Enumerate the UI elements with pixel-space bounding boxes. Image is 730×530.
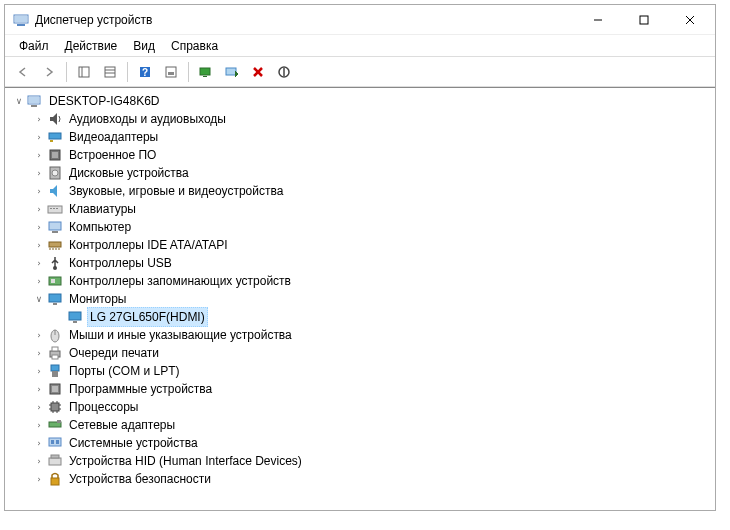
- expand-icon[interactable]: ›: [31, 218, 47, 236]
- collapse-icon[interactable]: ∨: [31, 290, 47, 308]
- collapse-icon[interactable]: ∨: [11, 92, 27, 110]
- tree-item-keyboards[interactable]: › Клавиатуры: [7, 200, 713, 218]
- menu-file[interactable]: Файл: [11, 37, 57, 55]
- toolbar-separator: [127, 62, 128, 82]
- maximize-button[interactable]: [621, 5, 667, 34]
- tree-item-display-adapters[interactable]: › Видеоадаптеры: [7, 128, 713, 146]
- tree-item-network-adapters[interactable]: › Сетевые адаптеры: [7, 416, 713, 434]
- network-icon: [47, 417, 63, 433]
- tree-item-label: Очереди печати: [67, 344, 161, 362]
- tree-item-security-devices[interactable]: › Устройства безопасности: [7, 470, 713, 488]
- disk-icon: [47, 165, 63, 181]
- sound-icon: [47, 183, 63, 199]
- device-tree[interactable]: ∨ DESKTOP-IG48K6D › Аудиовходы и аудиовы…: [5, 87, 715, 510]
- tree-item-label: Дисковые устройства: [67, 164, 191, 182]
- svg-rect-29: [52, 152, 58, 158]
- computer-icon: [27, 93, 43, 109]
- update-driver-button[interactable]: [220, 60, 244, 84]
- svg-rect-54: [52, 355, 58, 359]
- tree-item-audio[interactable]: › Аудиовходы и аудиовыходы: [7, 110, 713, 128]
- show-hide-tree-button[interactable]: [72, 60, 96, 84]
- tree-item-ports[interactable]: › Порты (COM и LPT): [7, 362, 713, 380]
- svg-rect-56: [52, 371, 58, 377]
- tree-item-computer[interactable]: › Компьютер: [7, 218, 713, 236]
- monitor-icon: [47, 291, 63, 307]
- svg-rect-75: [51, 478, 59, 485]
- tree-item-print-queues[interactable]: › Очереди печати: [7, 344, 713, 362]
- expand-icon[interactable]: ›: [31, 344, 47, 362]
- expand-icon[interactable]: ›: [31, 380, 47, 398]
- svg-rect-69: [57, 420, 61, 423]
- properties-button[interactable]: [98, 60, 122, 84]
- svg-point-31: [52, 170, 58, 176]
- svg-rect-27: [50, 140, 53, 142]
- monitor-icon: [67, 309, 83, 325]
- expand-icon[interactable]: ›: [31, 128, 47, 146]
- expand-icon[interactable]: ›: [31, 362, 47, 380]
- tree-item-disk-drives[interactable]: › Дисковые устройства: [7, 164, 713, 182]
- menu-action[interactable]: Действие: [57, 37, 126, 55]
- expand-icon[interactable]: ›: [31, 416, 47, 434]
- svg-rect-2: [17, 24, 25, 26]
- tree-item-usb[interactable]: › Контроллеры USB: [7, 254, 713, 272]
- svg-rect-48: [69, 312, 81, 320]
- svg-rect-24: [29, 97, 39, 103]
- audio-icon: [47, 111, 63, 127]
- svg-rect-4: [640, 16, 648, 24]
- tree-item-label: Звуковые, игровые и видеоустройства: [67, 182, 285, 200]
- tree-item-label: Встроенное ПО: [67, 146, 158, 164]
- expand-icon[interactable]: ›: [31, 398, 47, 416]
- svg-rect-18: [226, 68, 236, 75]
- system-device-icon: [47, 435, 63, 451]
- help-button[interactable]: ?: [133, 60, 157, 84]
- tree-item-mice[interactable]: › Мыши и иные указывающие устройства: [7, 326, 713, 344]
- tree-item-firmware[interactable]: › Встроенное ПО: [7, 146, 713, 164]
- action-button[interactable]: [159, 60, 183, 84]
- tree-item-ide[interactable]: › Контроллеры IDE ATA/ATAPI: [7, 236, 713, 254]
- menu-view[interactable]: Вид: [125, 37, 163, 55]
- tree-root[interactable]: ∨ DESKTOP-IG48K6D: [7, 92, 713, 110]
- scan-hardware-button[interactable]: [194, 60, 218, 84]
- expand-icon[interactable]: ›: [31, 272, 47, 290]
- tree-item-label: Видеоадаптеры: [67, 128, 160, 146]
- tree-item-monitor-lg[interactable]: › LG 27GL650F(HDMI): [7, 308, 713, 326]
- svg-rect-33: [50, 208, 52, 209]
- svg-rect-36: [49, 222, 61, 230]
- tree-item-software-devices[interactable]: › Программные устройства: [7, 380, 713, 398]
- tree-item-label: Аудиовходы и аудиовыходы: [67, 110, 228, 128]
- back-button[interactable]: [11, 60, 35, 84]
- tree-item-sound[interactable]: › Звуковые, игровые и видеоустройства: [7, 182, 713, 200]
- expand-icon[interactable]: ›: [31, 254, 47, 272]
- svg-rect-38: [49, 242, 61, 247]
- expand-icon[interactable]: ›: [31, 470, 47, 488]
- svg-rect-26: [49, 133, 61, 139]
- close-button[interactable]: [667, 5, 713, 34]
- expand-icon[interactable]: ›: [31, 146, 47, 164]
- menubar: Файл Действие Вид Справка: [5, 35, 715, 57]
- tree-item-system-devices[interactable]: › Системные устройства: [7, 434, 713, 452]
- expand-icon[interactable]: ›: [31, 182, 47, 200]
- expand-icon[interactable]: ›: [31, 164, 47, 182]
- disable-device-button[interactable]: [272, 60, 296, 84]
- expand-icon[interactable]: ›: [31, 200, 47, 218]
- cpu-icon: [47, 399, 63, 415]
- svg-rect-37: [52, 231, 58, 233]
- tree-item-label: Порты (COM и LPT): [67, 362, 182, 380]
- expand-icon[interactable]: ›: [31, 326, 47, 344]
- expand-icon[interactable]: ›: [31, 236, 47, 254]
- expand-icon[interactable]: ›: [31, 434, 47, 452]
- uninstall-device-button[interactable]: [246, 60, 270, 84]
- forward-button[interactable]: [37, 60, 61, 84]
- tree-item-hid[interactable]: › Устройства HID (Human Interface Device…: [7, 452, 713, 470]
- svg-rect-25: [31, 105, 37, 107]
- tree-item-monitors[interactable]: ∨ Мониторы: [7, 290, 713, 308]
- menu-help[interactable]: Справка: [163, 37, 226, 55]
- expand-icon[interactable]: ›: [31, 452, 47, 470]
- keyboard-icon: [47, 201, 63, 217]
- storage-controller-icon: [47, 273, 63, 289]
- expand-icon[interactable]: ›: [31, 110, 47, 128]
- tree-item-storage-controllers[interactable]: › Контроллеры запоминающих устройств: [7, 272, 713, 290]
- minimize-button[interactable]: [575, 5, 621, 34]
- svg-rect-16: [200, 68, 210, 75]
- tree-item-processors[interactable]: › Процессоры: [7, 398, 713, 416]
